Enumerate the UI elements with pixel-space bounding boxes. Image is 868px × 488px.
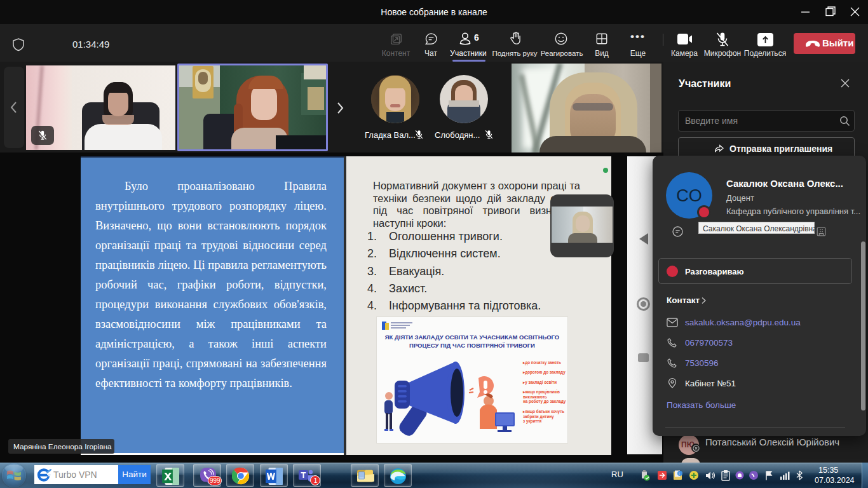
svg-text:i: i (679, 471, 679, 476)
